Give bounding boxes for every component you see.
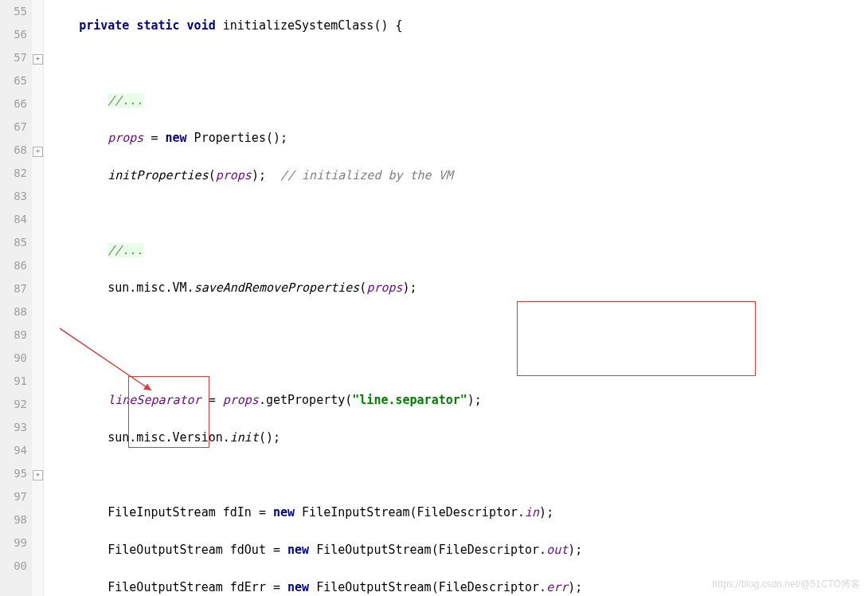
line-number	[3, 578, 27, 596]
fold-expand-icon[interactable]: +	[33, 54, 43, 65]
code-area[interactable]: private static void initializeSystemClas…	[44, 0, 868, 596]
line-number: 83	[3, 185, 27, 208]
line-number: 68	[3, 139, 27, 162]
line-number: 65	[3, 69, 27, 92]
code-line[interactable]: props = new Properties();	[50, 127, 868, 150]
code-line[interactable]: FileOutputStream fdOut = new FileOutputS…	[50, 539, 868, 562]
watermark-text: https://blog.csdn.net/@51CTO博客	[713, 578, 860, 591]
line-number: 67	[3, 116, 27, 139]
code-line[interactable]: private static void initializeSystemClas…	[50, 14, 868, 37]
fold-expand-icon[interactable]: +	[33, 470, 43, 480]
line-number: 55	[3, 0, 27, 23]
line-number: 90	[3, 347, 27, 370]
line-number: 97	[3, 485, 27, 508]
line-number: 66	[3, 92, 27, 116]
code-line[interactable]: //...	[50, 89, 868, 112]
line-number: 56	[3, 23, 27, 46]
code-line[interactable]	[50, 52, 868, 75]
line-number: 00	[3, 555, 27, 578]
line-number: 99	[3, 531, 27, 555]
code-line[interactable]	[50, 202, 868, 225]
line-number: 95	[3, 462, 27, 485]
line-number: 57	[3, 46, 27, 69]
line-number: 93	[3, 416, 27, 439]
code-line[interactable]: initProperties(props); // initialized by…	[50, 164, 868, 187]
fold-expand-icon[interactable]: +	[33, 147, 43, 157]
line-number: 91	[3, 370, 27, 393]
line-number: 86	[3, 254, 27, 277]
code-line[interactable]: sun.misc.VM.saveAndRemoveProperties(prop…	[50, 276, 868, 300]
code-line[interactable]: FileInputStream fdIn = new FileInputStre…	[50, 501, 868, 524]
line-number: 82	[3, 162, 27, 185]
line-number: 84	[3, 208, 27, 231]
line-number: 92	[3, 393, 27, 416]
line-number: 88	[3, 300, 27, 323]
code-line[interactable]	[50, 464, 868, 487]
line-number: 98	[3, 508, 27, 531]
code-line[interactable]: lineSeparator = props.getProperty("line.…	[50, 389, 868, 412]
line-number-gutter: 55 56 57 65 66 67 68 82 83 84 85 86 87 8…	[0, 0, 32, 596]
code-line[interactable]: sun.misc.Version.init();	[50, 426, 868, 449]
code-line[interactable]	[50, 351, 868, 374]
fold-gutter: + + +	[32, 0, 44, 596]
line-number: 85	[3, 231, 27, 254]
line-number: 89	[3, 323, 27, 347]
line-number: 87	[3, 277, 27, 300]
code-line[interactable]: //...	[50, 239, 868, 262]
code-line[interactable]	[50, 314, 868, 337]
line-number: 94	[3, 439, 27, 462]
code-editor[interactable]: 55 56 57 65 66 67 68 82 83 84 85 86 87 8…	[0, 0, 868, 596]
